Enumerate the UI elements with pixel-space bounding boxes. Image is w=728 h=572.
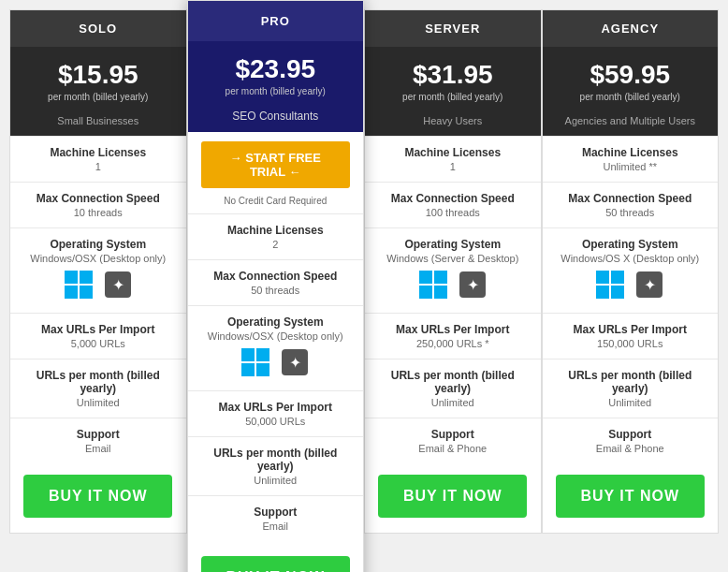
feature-row-server-3: Max URLs Per Import 250,000 URLs *: [365, 313, 541, 359]
feature-row-pro-1: Max Connection Speed 50 threads: [188, 259, 364, 305]
feature-value-agency-0: Unlimited **: [550, 161, 711, 172]
windows-icon: [595, 270, 625, 303]
svg-text:✦: ✦: [466, 277, 478, 293]
feature-label-agency-5: Support: [550, 428, 711, 441]
feature-row-solo-0: Machine Licenses 1: [10, 136, 186, 182]
feature-label-agency-3: Max URLs Per Import: [550, 323, 711, 336]
svg-rect-6: [241, 348, 255, 361]
feature-value-server-1: 100 threads: [372, 207, 533, 218]
plan-price-pro: $23.95 per month (billed yearly): [188, 41, 364, 104]
feature-value-solo-0: 1: [18, 161, 179, 172]
price-period-server: per month (billed yearly): [372, 92, 533, 102]
plan-subtitle-pro: SEO Consultants: [188, 104, 364, 132]
feature-label-server-4: URLs per month (billed yearly): [372, 369, 533, 395]
feature-value-solo-4: Unlimited: [18, 397, 179, 408]
plan-price-agency: $59.95 per month (billed yearly): [543, 47, 719, 110]
svg-rect-2: [65, 286, 78, 299]
feature-label-solo-2: Operating System: [18, 238, 179, 251]
feature-value-server-2: Windows (Server & Desktop): [372, 253, 533, 264]
feature-value-agency-5: Email & Phone: [550, 443, 711, 454]
feature-row-solo-5: Support Email: [10, 418, 186, 463]
svg-rect-21: [611, 286, 624, 299]
buy-button-agency[interactable]: BUY IT NOW: [556, 475, 705, 518]
plan-name-pro: PRO: [188, 1, 364, 41]
start-trial-button[interactable]: → START FREE TRIAL ←: [201, 141, 350, 188]
mac-icon: ✦: [634, 270, 664, 303]
feature-label-pro-4: URLs per month (billed yearly): [196, 447, 357, 473]
svg-rect-14: [419, 286, 432, 299]
feature-value-pro-5: Email: [196, 521, 357, 532]
plan-pro: PRO $23.95 per month (billed yearly) SEO…: [187, 0, 365, 572]
price-period-agency: per month (billed yearly): [550, 92, 711, 102]
feature-value-agency-1: 50 threads: [550, 207, 711, 218]
feature-value-solo-1: 10 threads: [18, 207, 179, 218]
feature-label-solo-1: Max Connection Speed: [18, 192, 179, 205]
feature-row-pro-2: Operating System Windows/OSX (Desktop on…: [188, 305, 364, 390]
plan-name-solo: SOLO: [10, 10, 186, 47]
plan-subtitle-server: Heavy Users: [365, 110, 541, 136]
feature-value-server-0: 1: [372, 161, 533, 172]
feature-label-pro-2: Operating System: [196, 315, 357, 329]
svg-rect-15: [434, 286, 447, 299]
feature-row-server-1: Max Connection Speed 100 threads: [365, 182, 541, 227]
feature-row-server-5: Support Email & Phone: [365, 418, 541, 463]
feature-row-pro-0: Machine Licenses 2: [188, 213, 364, 259]
feature-label-server-2: Operating System: [372, 238, 533, 251]
mac-icon: ✦: [458, 270, 488, 303]
plan-price-server: $31.95 per month (billed yearly): [365, 47, 541, 110]
feature-row-agency-1: Max Connection Speed 50 threads: [543, 182, 719, 227]
svg-rect-1: [80, 271, 93, 284]
svg-rect-19: [611, 271, 624, 284]
plan-name-server: SERVER: [365, 10, 541, 47]
feature-row-agency-2: Operating System Windows/OS X (Desktop o…: [543, 227, 719, 313]
svg-rect-0: [65, 271, 78, 284]
feature-value-pro-2: Windows/OSX (Desktop only): [196, 330, 357, 342]
price-amount-solo: $15.95: [18, 60, 179, 90]
svg-rect-8: [241, 363, 255, 376]
feature-row-pro-5: Support Email: [188, 495, 364, 541]
feature-row-agency-4: URLs per month (billed yearly) Unlimited: [543, 359, 719, 418]
feature-value-agency-3: 150,000 URLs: [550, 338, 711, 349]
feature-value-agency-4: Unlimited: [550, 397, 711, 408]
feature-value-agency-2: Windows/OS X (Desktop only): [550, 253, 711, 264]
feature-row-solo-3: Max URLs Per Import 5,000 URLs: [10, 313, 186, 359]
svg-rect-3: [80, 286, 93, 299]
feature-row-solo-2: Operating System Windows/OSX (Desktop on…: [10, 227, 186, 313]
feature-label-server-1: Max Connection Speed: [372, 192, 533, 205]
buy-button-solo[interactable]: BUY IT NOW: [23, 475, 172, 518]
feature-value-pro-3: 50,000 URLs: [196, 416, 357, 427]
plan-solo: SOLO $15.95 per month (billed yearly) Sm…: [9, 9, 187, 534]
feature-label-agency-4: URLs per month (billed yearly): [550, 369, 711, 395]
svg-rect-12: [419, 271, 432, 284]
svg-rect-18: [596, 271, 609, 284]
price-amount-agency: $59.95: [550, 60, 711, 90]
os-icons-solo: ✦: [18, 270, 179, 303]
mac-icon: ✦: [103, 270, 133, 303]
plan-server: SERVER $31.95 per month (billed yearly) …: [364, 9, 542, 534]
feature-label-solo-3: Max URLs Per Import: [18, 323, 179, 336]
feature-row-agency-0: Machine Licenses Unlimited **: [543, 136, 719, 182]
feature-row-pro-3: Max URLs Per Import 50,000 URLs: [188, 390, 364, 436]
feature-value-pro-4: Unlimited: [196, 475, 357, 486]
buy-button-server[interactable]: BUY IT NOW: [378, 475, 527, 518]
feature-row-server-4: URLs per month (billed yearly) Unlimited: [365, 359, 541, 418]
windows-icon: [240, 347, 270, 381]
feature-value-server-4: Unlimited: [372, 397, 533, 408]
feature-value-solo-3: 5,000 URLs: [18, 338, 179, 349]
feature-label-agency-2: Operating System: [550, 238, 711, 251]
feature-label-pro-0: Machine Licenses: [196, 224, 357, 237]
feature-value-solo-2: Windows/OSX (Desktop only): [18, 253, 179, 264]
feature-label-solo-4: URLs per month (billed yearly): [18, 369, 179, 395]
feature-label-pro-1: Max Connection Speed: [196, 270, 357, 283]
feature-row-server-0: Machine Licenses 1: [365, 136, 541, 182]
plan-agency: AGENCY $59.95 per month (billed yearly) …: [542, 9, 720, 534]
feature-value-solo-5: Email: [18, 443, 179, 454]
feature-row-pro-4: URLs per month (billed yearly) Unlimited: [188, 436, 364, 495]
feature-row-server-2: Operating System Windows (Server & Deskt…: [365, 227, 541, 313]
buy-button-pro[interactable]: BUY IT NOW: [201, 556, 350, 572]
feature-label-server-5: Support: [372, 428, 533, 441]
plan-subtitle-solo: Small Businesses: [10, 110, 186, 136]
feature-row-agency-5: Support Email & Phone: [543, 418, 719, 463]
no-credit-text: No Credit Card Required: [188, 192, 364, 213]
feature-label-solo-5: Support: [18, 428, 179, 441]
